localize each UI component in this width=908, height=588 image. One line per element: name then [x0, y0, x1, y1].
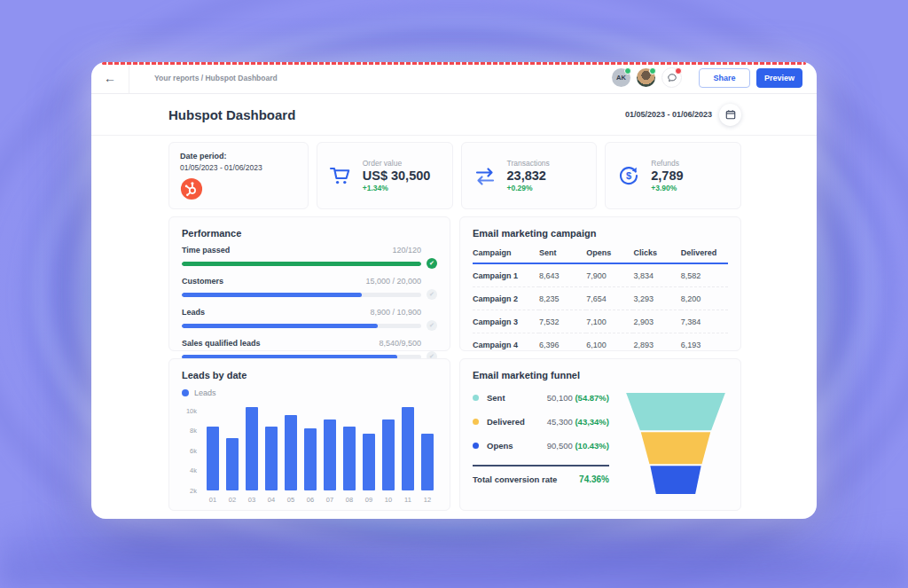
funnel-stage-value: 50,100 (54.87%) [547, 393, 609, 403]
funnel-stage-value: 45,300 (43,34%) [547, 417, 609, 427]
campaign-table-title: Email marketing campaign [473, 228, 728, 239]
table-row: Campaign 37,5327,1002,9037,384 [473, 310, 728, 333]
avatar-initials: AK [616, 74, 626, 82]
chart-legend: Leads [182, 388, 437, 397]
page-title: Hubspot Dashboard [168, 107, 295, 122]
progress-label: Sales qualified leads [182, 339, 261, 348]
bar [421, 434, 434, 490]
preview-button[interactable]: Preview [756, 68, 802, 88]
x-tick-label: 01 [209, 496, 216, 504]
breadcrumb[interactable]: Your reports / Hubspot Dashboard [154, 74, 278, 82]
funnel-total-value: 74.36% [579, 474, 609, 484]
bar [382, 419, 395, 490]
refund-icon: $ [614, 162, 643, 189]
bar-slot: 08 [340, 406, 359, 490]
x-tick-label: 02 [229, 496, 236, 504]
progress-value: 8,900 / 10,900 [370, 308, 437, 317]
pending-circle-icon: ✔ [427, 320, 437, 331]
y-tick-label: 8k [190, 427, 197, 435]
x-tick-label: 07 [326, 496, 333, 504]
metric-value: 2,789 [651, 169, 683, 183]
progress-bar [182, 293, 421, 297]
share-button[interactable]: Share [699, 68, 750, 88]
y-tick-label: 6k [190, 446, 197, 454]
date-period-value: 01/05/2023 - 01/06/2023 [180, 163, 297, 172]
x-tick-label: 09 [365, 496, 372, 504]
x-tick-label: 12 [424, 496, 431, 504]
funnel-divider [473, 465, 609, 466]
email-campaign-panel: Email marketing campaign CampaignSentOpe… [459, 216, 741, 351]
back-button[interactable]: ← [91, 62, 129, 93]
avatar-photo[interactable] [637, 68, 655, 87]
progress-label: Time passed [182, 246, 230, 255]
performance-row: Leads8,900 / 10,900 ✔ [182, 308, 437, 331]
bar [363, 434, 375, 490]
funnel-total-row: Total conversion rate 74.36% [473, 474, 609, 484]
x-tick-label: 11 [404, 496, 411, 504]
column-header: Opens [586, 244, 633, 263]
bar-slot: 04 [262, 406, 281, 490]
bar-slot: 10 [379, 406, 398, 490]
legend-dot [473, 395, 479, 401]
progress-label: Customers [182, 277, 223, 286]
table-row: Campaign 46,3966,1002,8936,193 [473, 333, 728, 357]
online-status-dot [624, 67, 631, 74]
date-range-label: 01/05/2023 - 01/06/2023 [625, 110, 712, 119]
funnel-legend-row: Opens90,500 (10.43%) [473, 441, 609, 451]
x-tick-label: 06 [307, 496, 314, 504]
chat-bubble-icon [667, 73, 677, 83]
column-header: Sent [539, 244, 586, 263]
calendar-button[interactable] [719, 104, 741, 126]
y-tick-label: 10k [186, 406, 197, 414]
performance-row: Customers15,000 / 20,000 ✔ [182, 277, 437, 300]
svg-text:$: $ [626, 170, 631, 181]
bar [265, 427, 278, 490]
progress-label: Leads [182, 308, 205, 317]
bar-chart: 2k4k6k8k10k 010203040506070809101112 [182, 406, 437, 490]
funnel-panel: Email marketing funnel Sent50,100 (54.87… [459, 358, 741, 511]
date-period-card: Date period: 01/05/2023 - 01/06/2023 [168, 142, 309, 209]
bar [324, 419, 336, 490]
stats-row: Date period: 01/05/2023 - 01/06/2023 [168, 142, 741, 209]
bar-slot: 02 [223, 406, 242, 490]
bar [226, 438, 239, 490]
hubspot-logo-icon [180, 177, 203, 200]
bar-slot: 07 [320, 406, 340, 490]
metric-label: Order value [363, 159, 431, 168]
calendar-icon [725, 109, 736, 120]
transfer-arrows-icon [471, 163, 499, 188]
bar-slot: 11 [398, 406, 418, 490]
metric-delta: +3.90% [651, 184, 683, 192]
date-period-label: Date period: [180, 152, 297, 161]
legend-label: Leads [194, 388, 216, 397]
bar-slot: 05 [281, 406, 301, 490]
y-tick-label: 2k [190, 487, 197, 495]
table-row: Campaign 18,6437,9003,8348,582 [473, 263, 728, 287]
performance-panel: Performance Time passed120/120 ✔Customer… [168, 216, 450, 351]
bar-slot: 06 [301, 406, 320, 490]
funnel-stage-label: Sent [487, 393, 505, 403]
bar [246, 407, 258, 490]
leads-chart-panel: Leads by date Leads 2k4k6k8k10k 01020304… [168, 358, 450, 511]
funnel-rows: Sent50,100 (54.87%)Delivered45,300 (43,3… [473, 393, 609, 451]
progress-value: 15,000 / 20,000 [365, 277, 437, 286]
funnel-legend-row: Delivered45,300 (43,34%) [473, 417, 609, 427]
x-tick-label: 08 [346, 496, 353, 504]
metric-value: 23,832 [507, 169, 550, 183]
bar [402, 407, 414, 490]
record-indicator-line [102, 62, 806, 65]
topbar-divider [129, 62, 129, 93]
performance-title: Performance [182, 228, 437, 239]
check-circle-icon: ✔ [427, 258, 437, 269]
progress-value: 120/120 [392, 246, 437, 255]
funnel-title: Email marketing funnel [473, 370, 728, 380]
chat-button[interactable] [661, 67, 682, 88]
top-bar: ← Your reports / Hubspot Dashboard AK Sh… [91, 62, 817, 94]
pending-circle-icon: ✔ [427, 289, 437, 300]
column-header: Delivered [681, 244, 728, 263]
metric-value: US$ 30,500 [363, 169, 431, 183]
avatar-ak[interactable]: AK [612, 68, 630, 87]
progress-bar [182, 262, 421, 266]
bar-slot: 03 [242, 406, 262, 490]
legend-dot [182, 389, 189, 396]
